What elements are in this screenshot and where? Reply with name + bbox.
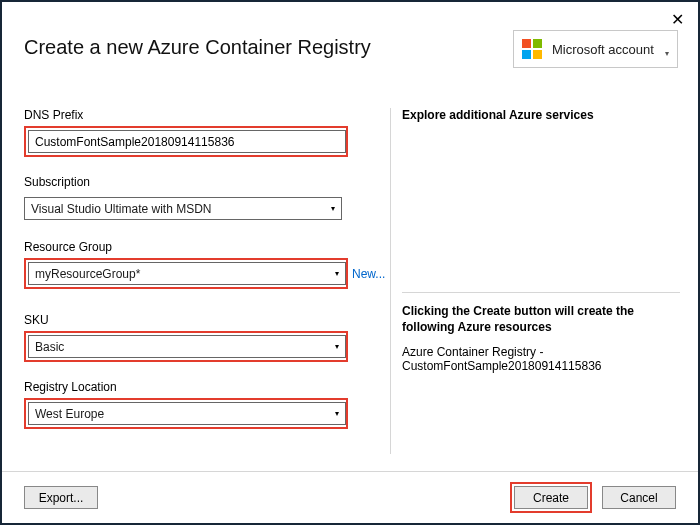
resource-group-select[interactable]: myResourceGroup* ▾	[28, 262, 346, 285]
location-value: West Europe	[35, 407, 104, 421]
new-resource-group-link[interactable]: New...	[352, 267, 385, 281]
resource-group-label: Resource Group	[24, 240, 369, 254]
export-button[interactable]: Export...	[24, 486, 98, 509]
location-highlight: West Europe ▾	[24, 398, 348, 429]
page-title: Create a new Azure Container Registry	[24, 36, 371, 59]
resource-group-highlight: myResourceGroup* ▾	[24, 258, 348, 289]
sku-label: SKU	[24, 313, 369, 327]
info-panel: Explore additional Azure services Clicki…	[402, 108, 680, 373]
microsoft-logo-icon	[522, 39, 542, 59]
create-button[interactable]: Create	[514, 486, 588, 509]
resource-group-value: myResourceGroup*	[35, 267, 140, 281]
chevron-down-icon: ▾	[335, 409, 339, 418]
create-subheading: Clicking the Create button will create t…	[402, 303, 680, 335]
account-label: Microsoft account	[552, 42, 654, 57]
sku-select[interactable]: Basic ▾	[28, 335, 346, 358]
create-button-highlight: Create	[510, 482, 592, 513]
subscription-value: Visual Studio Ultimate with MSDN	[31, 202, 212, 216]
chevron-down-icon: ▾	[335, 269, 339, 278]
subscription-label: Subscription	[24, 175, 369, 189]
subscription-select[interactable]: Visual Studio Ultimate with MSDN ▾	[24, 197, 342, 220]
dns-prefix-highlight	[24, 126, 348, 157]
form-panel: DNS Prefix Subscription Visual Studio Ul…	[24, 102, 369, 447]
location-select[interactable]: West Europe ▾	[28, 402, 346, 425]
close-icon[interactable]: ✕	[671, 12, 684, 28]
account-dropdown[interactable]: Microsoft account ▾	[513, 30, 678, 68]
cancel-button[interactable]: Cancel	[602, 486, 676, 509]
footer-bar: Export... Create Cancel	[2, 471, 698, 523]
chevron-down-icon: ▾	[335, 342, 339, 351]
dns-prefix-input[interactable]	[28, 130, 346, 153]
dns-prefix-label: DNS Prefix	[24, 108, 369, 122]
info-divider	[402, 292, 680, 293]
resource-summary-line: Azure Container Registry - CustomFontSam…	[402, 345, 680, 373]
chevron-down-icon: ▾	[331, 204, 335, 213]
sku-value: Basic	[35, 340, 64, 354]
sku-highlight: Basic ▾	[24, 331, 348, 362]
vertical-divider	[390, 108, 391, 454]
chevron-down-icon: ▾	[665, 41, 669, 58]
explore-heading: Explore additional Azure services	[402, 108, 680, 122]
location-label: Registry Location	[24, 380, 369, 394]
